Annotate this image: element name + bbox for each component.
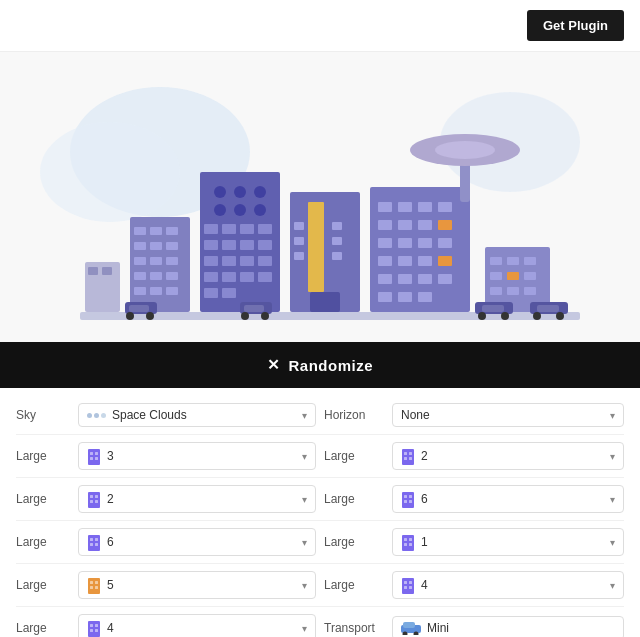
left-select-5[interactable]: 4 ▾ (78, 614, 316, 637)
left-2: Large 2 ▾ (16, 485, 316, 513)
svg-rect-60 (418, 202, 432, 212)
building-icon-1 (87, 447, 101, 465)
svg-rect-126 (404, 495, 407, 498)
header: Get Plugin (0, 0, 640, 52)
svg-rect-101 (244, 305, 264, 312)
left-select-inner-4: 5 (87, 576, 114, 594)
svg-rect-34 (204, 240, 218, 250)
svg-rect-62 (378, 220, 392, 230)
right-chevron-4: ▾ (610, 580, 615, 591)
building-icon-5 (87, 619, 101, 637)
svg-rect-93 (524, 287, 536, 295)
svg-rect-45 (258, 272, 272, 282)
right-select-4[interactable]: 4 ▾ (392, 571, 624, 599)
svg-rect-73 (438, 256, 452, 266)
svg-point-24 (214, 186, 226, 198)
svg-rect-152 (95, 624, 98, 627)
svg-rect-127 (409, 495, 412, 498)
right-value-1: 2 (421, 449, 428, 463)
building-icon-r4 (401, 576, 415, 594)
left-label-4: Large (16, 578, 74, 592)
right-select-1[interactable]: 2 ▾ (392, 442, 624, 470)
svg-rect-39 (222, 256, 236, 266)
sky-select[interactable]: Space Clouds ▾ (78, 403, 316, 427)
svg-point-29 (254, 204, 266, 216)
svg-rect-122 (95, 495, 98, 498)
left-select-inner-3: 6 (87, 533, 114, 551)
svg-rect-90 (524, 272, 536, 280)
left-chevron-5: ▾ (302, 623, 307, 634)
right-select-2[interactable]: 6 ▾ (392, 485, 624, 513)
svg-rect-72 (418, 256, 432, 266)
svg-rect-121 (90, 495, 93, 498)
transport-select[interactable]: Mini (392, 616, 624, 637)
svg-rect-91 (490, 287, 502, 295)
left-select-1[interactable]: 3 ▾ (78, 442, 316, 470)
svg-rect-54 (294, 252, 304, 260)
horizon-select-inner: None (401, 408, 430, 422)
svg-rect-47 (222, 288, 236, 298)
svg-rect-11 (134, 242, 146, 250)
sky-icon (87, 413, 106, 418)
svg-rect-148 (404, 586, 407, 589)
svg-rect-31 (222, 224, 236, 234)
svg-rect-33 (258, 224, 272, 234)
svg-rect-150 (88, 621, 100, 637)
transport-select-inner: Mini (401, 621, 449, 635)
svg-rect-80 (418, 292, 432, 302)
svg-rect-9 (150, 227, 162, 235)
horizon-chevron: ▾ (610, 410, 615, 421)
randomize-bar[interactable]: ✕ Randomize (0, 342, 640, 388)
left-1: Large 3 ▾ (16, 442, 316, 470)
svg-rect-36 (240, 240, 254, 250)
svg-rect-131 (90, 538, 93, 541)
svg-rect-135 (402, 535, 414, 551)
svg-rect-105 (482, 305, 504, 312)
svg-rect-15 (150, 257, 162, 265)
svg-rect-6 (102, 267, 112, 275)
svg-rect-44 (240, 272, 254, 282)
svg-rect-153 (90, 629, 93, 632)
svg-rect-10 (166, 227, 178, 235)
horizon-select[interactable]: None ▾ (392, 403, 624, 427)
svg-rect-78 (378, 292, 392, 302)
left-select-2[interactable]: 2 ▾ (78, 485, 316, 513)
left-label-5: Large (16, 621, 74, 635)
svg-point-1 (40, 122, 180, 222)
right-2: Large 6 ▾ (324, 485, 624, 513)
sky-select-inner: Space Clouds (87, 408, 187, 422)
right-value-4: 4 (421, 578, 428, 592)
svg-rect-66 (378, 238, 392, 248)
svg-rect-92 (507, 287, 519, 295)
right-label-3: Large (324, 535, 384, 549)
right-select-inner-2: 6 (401, 490, 428, 508)
control-row-2: Large 2 ▾ Large (16, 478, 624, 521)
svg-rect-51 (332, 222, 342, 230)
svg-rect-14 (134, 257, 146, 265)
svg-rect-76 (418, 274, 432, 284)
control-row-sky: Sky Space Clouds ▾ Horizon None (16, 396, 624, 435)
left-value-2: 2 (107, 492, 114, 506)
svg-rect-134 (95, 543, 98, 546)
right-label-4: Large (324, 578, 384, 592)
svg-rect-139 (409, 543, 412, 546)
get-plugin-button[interactable]: Get Plugin (527, 10, 624, 41)
svg-rect-154 (95, 629, 98, 632)
left-select-4[interactable]: 5 ▾ (78, 571, 316, 599)
svg-rect-129 (409, 500, 412, 503)
svg-rect-49 (308, 202, 324, 292)
svg-rect-30 (204, 224, 218, 234)
svg-rect-75 (398, 274, 412, 284)
transport-value: Mini (427, 621, 449, 635)
svg-rect-87 (524, 257, 536, 265)
right-select-inner-4: 4 (401, 576, 428, 594)
svg-rect-67 (398, 238, 412, 248)
right-select-inner-1: 2 (401, 447, 428, 465)
svg-point-26 (254, 186, 266, 198)
right-select-3[interactable]: 1 ▾ (392, 528, 624, 556)
randomize-label: Randomize (288, 357, 373, 374)
city-illustration (30, 62, 610, 332)
left-select-3[interactable]: 6 ▾ (78, 528, 316, 556)
sky-chevron: ▾ (302, 410, 307, 421)
svg-rect-146 (404, 581, 407, 584)
